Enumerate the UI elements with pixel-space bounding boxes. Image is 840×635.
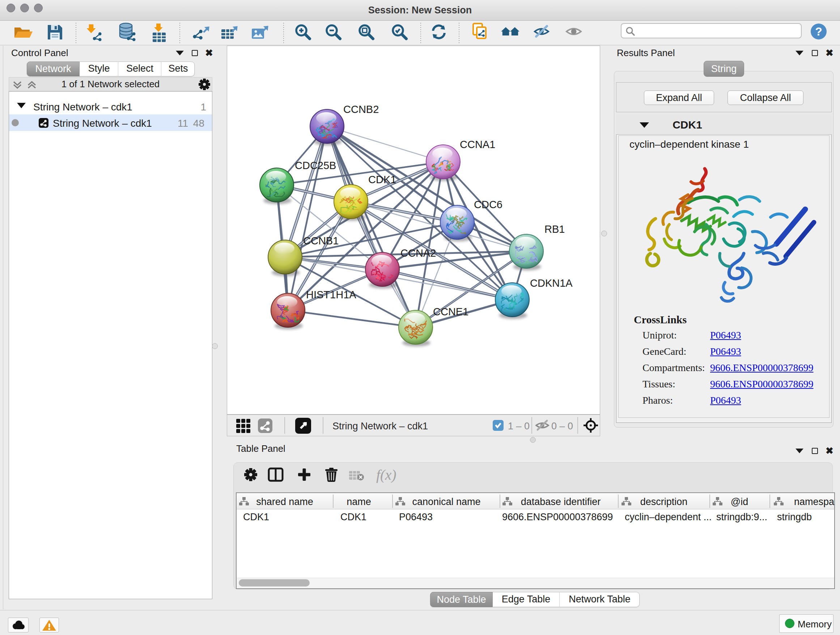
svg-text:CDK1: CDK1 [368, 174, 396, 185]
svg-text:CDC6: CDC6 [474, 199, 502, 211]
svg-text:?: ? [815, 25, 822, 38]
svg-text:f(x): f(x) [376, 467, 396, 483]
svg-text:canonical name: canonical name [412, 496, 480, 507]
svg-text:CCNB2: CCNB2 [343, 103, 379, 115]
svg-text:CCNA1: CCNA1 [460, 139, 495, 150]
svg-text:@id: @id [731, 496, 748, 507]
svg-text:CCNA2: CCNA2 [401, 247, 436, 259]
svg-text:CCNB1: CCNB1 [303, 235, 339, 247]
svg-text:1 – 0: 1 – 0 [508, 421, 530, 432]
svg-text:namespace: namespace [794, 496, 834, 507]
svg-text:String Network – cdk1: String Network – cdk1 [332, 421, 428, 432]
svg-text:name: name [347, 496, 371, 507]
svg-text:shared name: shared name [256, 496, 313, 507]
svg-text:RB1: RB1 [545, 223, 565, 235]
svg-text:CDC25B: CDC25B [295, 160, 336, 171]
svg-text:database identifier: database identifier [521, 496, 601, 507]
svg-text:HIST1H1A: HIST1H1A [306, 289, 356, 301]
svg-text:description: description [640, 496, 688, 507]
svg-text:CDKN1A: CDKN1A [530, 277, 573, 289]
svg-text:0 – 0: 0 – 0 [551, 421, 573, 432]
svg-text:CCNE1: CCNE1 [433, 306, 469, 318]
